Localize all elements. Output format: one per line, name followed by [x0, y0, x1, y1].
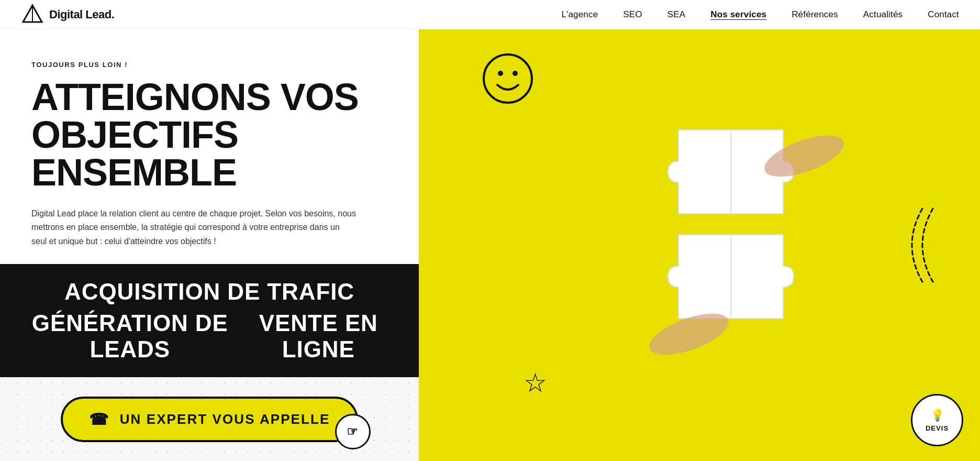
logo[interactable]: Digital Lead.	[21, 3, 114, 26]
nav-item-agence[interactable]: L'agence	[561, 9, 598, 20]
devis-button[interactable]: 💡 DEVIS	[911, 394, 963, 446]
nav-item-nos-services[interactable]: Nos services	[710, 9, 766, 20]
nav-item-seo[interactable]: SEO	[623, 9, 642, 20]
band-line2: GÉNÉRATION DE LEADS VENTE EN LIGNE	[31, 310, 387, 363]
devis-label: DEVIS	[926, 424, 949, 432]
band-line2-part2: VENTE EN LIGNE	[249, 310, 387, 363]
dashed-arc-icon	[907, 203, 938, 287]
cta-arrow-circle[interactable]: ☞	[335, 414, 371, 449]
phone-icon: ☎	[89, 410, 109, 429]
hero-text: TOUJOURS PLUS LOIN ! ATTEIGNONS VOS OBJE…	[0, 29, 419, 264]
hero-title: ATTEIGNONS VOS OBJECTIFS ENSEMBLE	[31, 78, 387, 191]
band-line1: ACQUISITION DE TRAFIC	[31, 279, 387, 305]
hero-title-line1: ATTEIGNONS VOS	[31, 78, 387, 116]
arrow-icon: ☞	[347, 424, 359, 439]
cta-button[interactable]: ☎ UN EXPERT VOUS APPELLE ☞	[61, 397, 359, 442]
brand-name: Digital Lead.	[49, 8, 114, 21]
main-content: TOUJOURS PLUS LOIN ! ATTEIGNONS VOS OBJE…	[0, 29, 980, 461]
nav-item-actualites[interactable]: Actualités	[863, 9, 903, 20]
cta-label: UN EXPERT VOUS APPELLE	[120, 411, 330, 427]
nav-item-sea[interactable]: SEA	[667, 9, 686, 20]
right-panel-bg: ☆ 💡 DEVIS	[419, 29, 980, 461]
bulb-icon: 💡	[930, 409, 944, 422]
nav-links: L'agence SEO SEA Nos services Références…	[561, 9, 959, 20]
black-band: ACQUISITION DE TRAFIC GÉNÉRATION DE LEAD…	[0, 264, 419, 377]
band-line2-part1: GÉNÉRATION DE LEADS	[31, 310, 228, 363]
hero-description: Digital Lead place la relation client au…	[31, 207, 356, 248]
left-panel: TOUJOURS PLUS LOIN ! ATTEIGNONS VOS OBJE…	[0, 29, 419, 461]
nav-item-references[interactable]: Références	[792, 9, 838, 20]
cta-area: ☎ UN EXPERT VOUS APPELLE ☞	[0, 377, 419, 461]
right-panel: ☆ 💡 DEVIS	[419, 29, 980, 461]
hero-subtitle: TOUJOURS PLUS LOIN !	[31, 61, 387, 69]
nav-item-contact[interactable]: Contact	[928, 9, 959, 20]
hero-title-line2: OBJECTIFS ENSEMBLE	[31, 116, 387, 191]
logo-icon	[21, 3, 44, 26]
navbar: Digital Lead. L'agence SEO SEA Nos servi…	[0, 0, 980, 29]
puzzle-overlay	[419, 29, 980, 461]
star-icon: ☆	[524, 368, 547, 398]
